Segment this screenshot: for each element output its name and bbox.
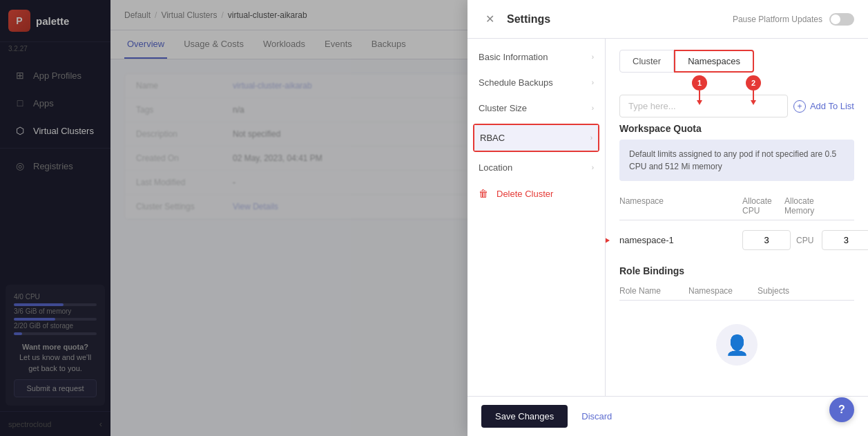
- annotation-arrowhead-1: [697, 100, 702, 105]
- add-icon: +: [793, 100, 806, 113]
- annotation-step3: 3: [606, 233, 610, 248]
- rb-col-namespace: Namespace: [688, 286, 758, 296]
- col-allocate-memory: Allocate Memory: [784, 196, 821, 216]
- rbac-menu-box: RBAC ›: [473, 124, 599, 152]
- chevron-right-icon: ›: [592, 79, 594, 86]
- modal-header: ✕ Settings Pause Platform Updates: [467, 0, 868, 39]
- save-changes-button[interactable]: Save Changes: [481, 405, 568, 428]
- tab-namespaces[interactable]: Namespaces: [674, 50, 754, 73]
- settings-modal: ✕ Settings Pause Platform Updates Basic …: [467, 0, 868, 436]
- quota-info-box: Default limits assigned to any pod if no…: [619, 140, 854, 181]
- annotation-arrowhead-2: [751, 100, 756, 105]
- menu-basic-info[interactable]: Basic Information ›: [467, 44, 605, 70]
- tab-cluster[interactable]: Cluster: [619, 50, 674, 73]
- trash-icon: 🗑: [479, 188, 488, 199]
- cpu-input[interactable]: [742, 230, 791, 250]
- chevron-right-icon: ›: [592, 164, 594, 171]
- modal-pause-toggle[interactable]: [829, 13, 854, 26]
- modal-title: Settings: [507, 13, 550, 26]
- col-allocate-cpu: Allocate CPU: [742, 196, 779, 216]
- role-bindings-title: Role Bindings: [619, 265, 854, 276]
- ns-row-container: 3 namespace-1 CPU Gb 🗑: [619, 226, 854, 254]
- menu-rbac[interactable]: RBAC ›: [474, 125, 598, 151]
- chevron-right-icon: ›: [590, 134, 592, 142]
- discard-button[interactable]: Discard: [575, 405, 619, 428]
- modal-body: Basic Information › Schedule Backups › C…: [467, 39, 868, 396]
- memory-field-group: Gb: [822, 230, 868, 250]
- ns-name: namespace-1: [619, 235, 737, 245]
- annotation-arrow-1: [699, 91, 700, 100]
- role-bindings-section: Role Bindings Role Name Namespace Subjec…: [619, 265, 854, 386]
- modal-sidebar: Basic Information › Schedule Backups › C…: [467, 39, 606, 396]
- memory-input[interactable]: [822, 230, 868, 250]
- menu-location[interactable]: Location ›: [467, 155, 605, 180]
- chevron-right-icon: ›: [592, 53, 594, 61]
- empty-state-icon: 👤: [716, 324, 758, 366]
- rb-empty-state: 👤: [619, 303, 854, 386]
- workspace-quota-section: Workspace Quota Default limits assigned …: [619, 123, 854, 181]
- modal-content-area: Cluster Namespaces 1 2: [606, 39, 868, 396]
- add-to-list-button[interactable]: + Add To List: [793, 100, 854, 113]
- workspace-quota-title: Workspace Quota: [619, 123, 854, 134]
- rb-table-header: Role Name Namespace Subjects: [619, 282, 854, 301]
- cpu-field-group: CPU: [742, 230, 816, 250]
- annotation-badge-1: 1: [692, 75, 707, 91]
- cpu-unit-label: CPU: [796, 236, 813, 245]
- menu-schedule-backups[interactable]: Schedule Backups ›: [467, 70, 605, 95]
- chevron-right-icon: ›: [592, 104, 594, 112]
- modal-footer: Save Changes Discard: [467, 396, 868, 436]
- col-namespace: Namespace: [619, 196, 737, 216]
- close-button[interactable]: ✕: [481, 11, 499, 27]
- content-tabs: Cluster Namespaces: [619, 50, 754, 73]
- ns-table-row: namespace-1 CPU Gb 🗑: [619, 226, 854, 254]
- ns-table-header: Namespace Allocate CPU Allocate Memory: [619, 192, 854, 220]
- help-button[interactable]: ?: [829, 397, 854, 422]
- modal-header-right: Pause Platform Updates: [733, 13, 854, 26]
- rb-col-role-name: Role Name: [619, 286, 688, 296]
- annotation-arrow-2: [753, 91, 754, 100]
- rb-col-subjects: Subjects: [758, 286, 827, 296]
- annotation-badge-2: 2: [746, 75, 761, 91]
- pause-platform-label: Pause Platform Updates: [733, 15, 822, 24]
- annotation-arrow-3: [606, 236, 610, 245]
- menu-delete-cluster[interactable]: 🗑 Delete Cluster: [467, 180, 605, 207]
- menu-cluster-size[interactable]: Cluster Size ›: [467, 95, 605, 121]
